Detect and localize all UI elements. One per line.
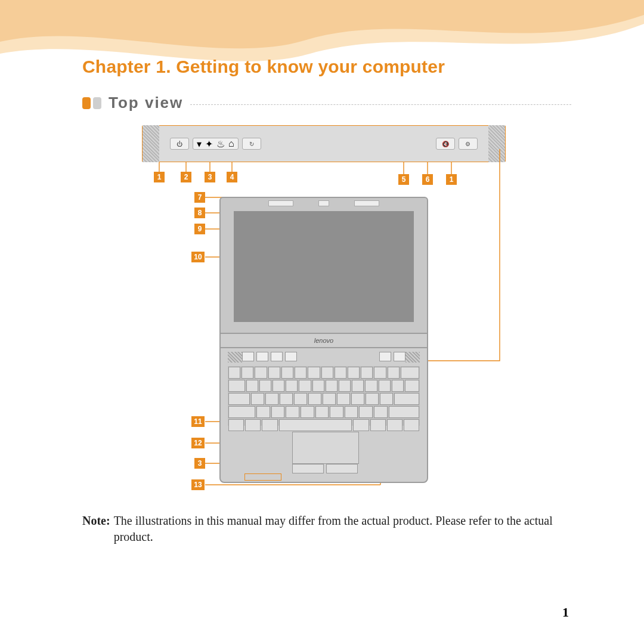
- status-indicator-strip: [244, 473, 281, 481]
- laptop-base: [219, 347, 428, 483]
- touchpad-buttons: [292, 464, 358, 473]
- speaker-grill-left: [143, 125, 159, 162]
- callout-11: 11: [191, 416, 205, 427]
- palm-speaker-left: [228, 352, 242, 363]
- callout-10: 10: [191, 252, 205, 262]
- microphone-right-icon: [354, 200, 379, 206]
- media-buttons-left: [242, 352, 297, 363]
- callout-12: 12: [191, 438, 205, 448]
- section-bullets: [82, 97, 101, 109]
- speaker-grill-right: [488, 125, 505, 162]
- function-button-row: [228, 352, 420, 363]
- brand-logo: lenovo: [219, 334, 428, 347]
- indicator-lights: ▾✦♨⌂: [193, 138, 239, 150]
- hinge-control-bar: ⏻ ▾✦♨⌂ ↻ 🔇 ⚙: [142, 125, 506, 162]
- callout-1: 1: [154, 172, 165, 182]
- keyboard: [228, 366, 420, 426]
- note-label: Note:: [82, 513, 110, 545]
- onekey-button-icon: ↻: [242, 138, 261, 150]
- note-block: Note: The illustrations in this manual m…: [82, 513, 571, 545]
- page-number: 1: [562, 605, 569, 620]
- note-text: The illustrations in this manual may dif…: [114, 513, 571, 545]
- right-button-cluster: 🔇 ⚙: [430, 138, 484, 150]
- lid-top-modules: [268, 200, 379, 206]
- power-button-icon: ⏻: [170, 138, 189, 150]
- section-title: Top view: [109, 94, 183, 112]
- care-button-icon: ⚙: [459, 138, 478, 150]
- touchpad-button-right: [326, 464, 358, 473]
- laptop-lid: [219, 197, 428, 334]
- callout-3-lower: 3: [194, 458, 205, 469]
- callout-2: 2: [181, 172, 191, 182]
- callout-4: 4: [227, 172, 237, 182]
- bullet-icon: [93, 97, 101, 109]
- callout-3: 3: [205, 172, 215, 182]
- touchpad-button-left: [292, 464, 324, 473]
- callout-8: 8: [194, 208, 205, 218]
- chapter-title: Chapter 1. Getting to know your computer: [82, 57, 571, 77]
- section-divider: [190, 104, 571, 105]
- section-header: Top view: [82, 94, 571, 112]
- laptop-screen: [234, 211, 414, 322]
- callout-13: 13: [191, 479, 205, 490]
- bullet-icon: [82, 97, 91, 109]
- mute-button-icon: 🔇: [436, 138, 455, 150]
- callout-5: 5: [398, 174, 409, 185]
- touchpad: [292, 432, 359, 464]
- callout-7: 7: [194, 192, 205, 203]
- callout-1-right: 1: [446, 174, 457, 185]
- top-view-diagram: ⏻ ▾✦♨⌂ ↻ 🔇 ⚙ 1 2 3 4 5 6 1 7 8 9 10 11 1…: [82, 125, 571, 507]
- media-buttons-right: [379, 352, 405, 363]
- laptop-illustration: lenovo: [219, 197, 428, 483]
- camera-icon: [318, 200, 329, 206]
- palm-speaker-right: [405, 352, 420, 363]
- left-button-cluster: ⏻ ▾✦♨⌂ ↻: [164, 138, 267, 150]
- callout-6: 6: [422, 174, 433, 185]
- microphone-left-icon: [268, 200, 293, 206]
- callout-9: 9: [194, 224, 205, 234]
